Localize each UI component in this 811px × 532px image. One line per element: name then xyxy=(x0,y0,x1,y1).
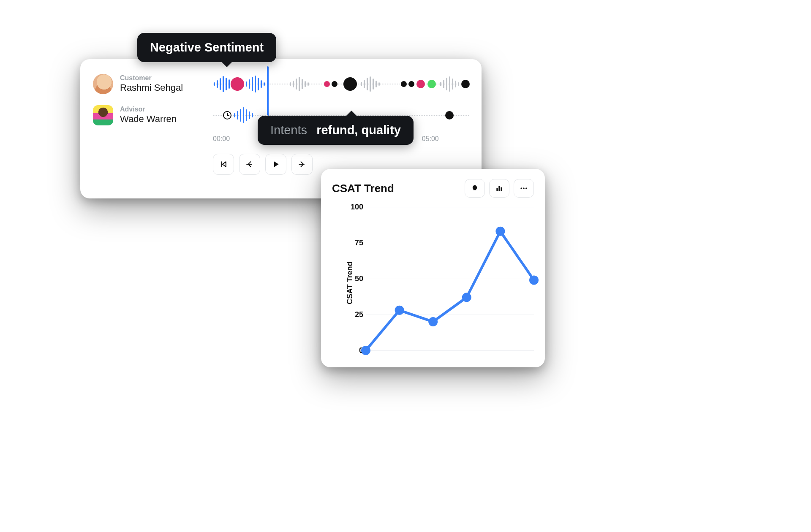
svg-point-11 xyxy=(529,275,539,285)
customer-row: Customer Rashmi Sehgal xyxy=(93,71,469,97)
chart-plot-area: 100 75 50 25 0 xyxy=(366,207,534,350)
line-chart-points xyxy=(366,207,534,350)
customer-avatar xyxy=(93,74,113,94)
customer-audio-track[interactable] xyxy=(213,74,469,94)
advisor-name: Wade Warren xyxy=(120,113,213,125)
ellipsis-icon xyxy=(519,184,528,193)
svg-point-4 xyxy=(523,187,525,189)
event-marker[interactable] xyxy=(427,80,436,88)
sentiment-tooltip-text: Negative Sentiment xyxy=(150,41,264,54)
y-tick: 100 xyxy=(345,203,363,212)
event-marker[interactable] xyxy=(408,81,414,87)
chart-type-button[interactable] xyxy=(489,179,509,198)
svg-point-8 xyxy=(428,317,438,326)
event-marker[interactable] xyxy=(324,81,330,87)
event-marker[interactable] xyxy=(416,80,425,88)
time-tick: 05:00 xyxy=(422,135,469,143)
svg-rect-0 xyxy=(496,188,498,191)
intents-tooltip-label: Intents xyxy=(270,123,307,137)
customer-role-label: Customer xyxy=(120,74,213,82)
svg-point-7 xyxy=(395,306,404,315)
clock-marker-icon xyxy=(223,111,231,119)
arrow-right-icon xyxy=(298,160,306,168)
intents-tooltip-value: refund, quality xyxy=(316,123,401,137)
sentiment-tooltip: Negative Sentiment xyxy=(137,33,276,62)
event-marker[interactable] xyxy=(332,81,337,87)
y-tick: 25 xyxy=(345,310,363,319)
svg-point-9 xyxy=(462,293,471,302)
event-marker[interactable] xyxy=(461,80,470,88)
svg-rect-2 xyxy=(501,187,502,191)
more-button[interactable] xyxy=(514,179,534,198)
advisor-avatar xyxy=(93,105,113,125)
svg-point-6 xyxy=(361,346,370,355)
time-tick: 00:00 xyxy=(213,135,260,143)
svg-point-3 xyxy=(520,187,522,189)
step-back-button[interactable] xyxy=(239,154,260,175)
insight-button[interactable] xyxy=(465,179,485,198)
bar-chart-icon xyxy=(495,184,503,193)
skip-start-button[interactable] xyxy=(213,154,234,175)
play-button[interactable] xyxy=(265,154,286,175)
play-icon xyxy=(272,160,280,168)
svg-rect-1 xyxy=(498,186,500,191)
csat-trend-card: CSAT Trend CSAT Trend xyxy=(321,169,545,367)
customer-name: Rashmi Sehgal xyxy=(120,82,213,94)
arrow-left-icon xyxy=(245,160,254,168)
chart-title: CSAT Trend xyxy=(332,182,394,195)
y-tick: 0 xyxy=(345,346,363,355)
event-marker[interactable] xyxy=(445,111,454,119)
event-marker[interactable] xyxy=(401,81,407,87)
advisor-role-label: Advisor xyxy=(120,106,213,113)
step-forward-button[interactable] xyxy=(291,154,313,175)
skip-start-icon xyxy=(219,160,228,168)
svg-point-5 xyxy=(525,187,527,189)
intents-marker[interactable] xyxy=(343,77,357,91)
lightbulb-icon xyxy=(471,184,479,193)
sentiment-marker-negative[interactable] xyxy=(231,77,244,91)
svg-point-10 xyxy=(495,227,505,236)
y-tick: 75 xyxy=(345,239,363,247)
intents-tooltip: Intents refund, quality xyxy=(258,116,414,145)
y-tick: 50 xyxy=(345,274,363,283)
